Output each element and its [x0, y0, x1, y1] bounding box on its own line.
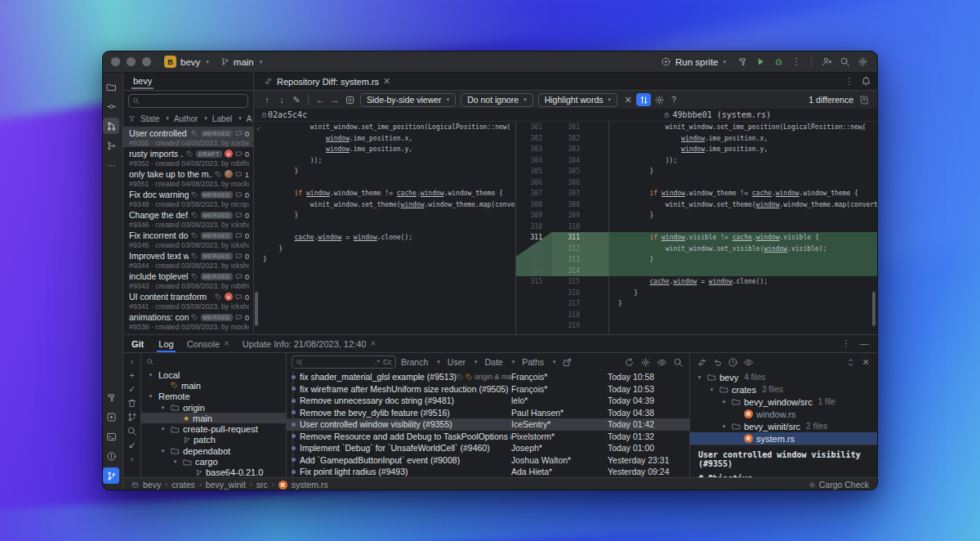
tree-row-dependabot[interactable]: ▾dependabot	[141, 445, 286, 456]
tree-row-crates[interactable]: ▾crates3 files	[690, 383, 877, 396]
commit-row[interactable]: Add `GamepadButtonInput` event (#9008)Jo…	[287, 454, 689, 467]
compare-icon[interactable]	[695, 355, 708, 369]
build-hammer-icon[interactable]	[103, 389, 119, 405]
case-toggle[interactable]: Cc	[383, 358, 392, 366]
diff-dropdown-0[interactable]: Side-by-side viewer▾	[360, 93, 456, 107]
build-icon[interactable]	[736, 56, 749, 69]
minimize-button[interactable]	[127, 57, 136, 66]
regex-toggle[interactable]: .*	[375, 358, 380, 366]
pr-list-item[interactable]: rusty imports ...DRAFT0#9352 · created 0…	[123, 147, 253, 168]
commit-row[interactable]: Remove the bevy_dylib feature (#9516)Pau…	[287, 407, 689, 419]
pr-filter-author[interactable]: Author	[174, 114, 198, 123]
tree-row-local[interactable]: ▾Local	[141, 369, 286, 380]
editor-tab[interactable]: Repository Diff: system.rs ✕	[259, 73, 395, 90]
settings-icon[interactable]	[856, 56, 869, 69]
search-icon[interactable]	[125, 424, 140, 438]
close-button[interactable]	[111, 57, 120, 66]
diff-settings-icon[interactable]	[653, 93, 666, 106]
close-icon[interactable]: ✕	[383, 78, 390, 85]
branch-plus-icon[interactable]	[125, 410, 140, 424]
right-scrollbar[interactable]	[872, 292, 875, 326]
next-file-icon[interactable]: →	[328, 93, 341, 106]
match-branch-icon[interactable]	[639, 355, 652, 369]
check-icon[interactable]: ✓	[125, 382, 140, 396]
tab-options-icon[interactable]: ⋮	[843, 75, 856, 88]
log-filter-branch[interactable]: Branch	[401, 357, 428, 367]
preview-icon[interactable]	[742, 355, 755, 369]
history-icon[interactable]	[726, 355, 739, 369]
pr-list-item[interactable]: Change the def...MERGED0#9346 · created …	[123, 208, 253, 229]
arrow-down-left-icon[interactable]: ↙	[125, 438, 140, 452]
pr-list-item[interactable]: UI content transform0#9341 · created 03/…	[123, 290, 253, 311]
project-widget[interactable]: B bevy ▾	[164, 56, 209, 68]
tree-row-base64-0-21-0[interactable]: base64-0.21.0	[141, 467, 286, 477]
filter-funnel-icon[interactable]	[128, 115, 136, 123]
pr-panel-tab[interactable]: bevy	[131, 74, 154, 89]
pr-list-item[interactable]: Fix incorrent do...MERGED0#9345 · create…	[123, 229, 253, 249]
commit-row[interactable]: Remove unnecessary doc string (#9481)lel…	[287, 395, 689, 407]
collapse-unchanged-icon[interactable]: ✕	[621, 93, 635, 106]
plus-icon[interactable]: +	[125, 369, 140, 382]
commit-row[interactable]: User controlled window visibility (#9355…	[287, 418, 689, 431]
commit-row[interactable]: fix shader_material_glsl example (#9513)…	[287, 371, 689, 383]
tree-row-bevy-winit-src[interactable]: ▾bevy_winit/src2 files	[690, 420, 877, 432]
more-actions-icon[interactable]: ⋮	[790, 56, 803, 69]
tree-row-create-pull-request[interactable]: ▾create-pull-request	[141, 423, 286, 434]
diff-right-pane[interactable]: ✓ winit_window.set_ime_position(LogicalP…	[609, 122, 877, 334]
cargo-check-widget[interactable]: Cargo Check	[819, 480, 869, 490]
branch-widget[interactable]: main ▾	[220, 57, 262, 67]
zoom-button[interactable]	[142, 57, 151, 66]
tree-row-bevy-window-src[interactable]: ▾bevy_window/src1 file	[690, 396, 877, 408]
code-with-me-icon[interactable]	[820, 56, 833, 69]
tree-row-main[interactable]: main	[141, 380, 286, 391]
log-filter-date[interactable]: Date	[484, 357, 502, 367]
git-tab-console[interactable]: Console✕	[180, 335, 236, 352]
refresh-icon[interactable]	[622, 355, 635, 369]
tree-row-window-rs[interactable]: window.rs	[690, 408, 877, 420]
search-everywhere-icon[interactable]	[838, 56, 851, 69]
left-scrollbar[interactable]	[255, 292, 258, 326]
run-icon[interactable]	[754, 56, 767, 69]
tree-row-bevy[interactable]: ▾bevy4 files	[690, 371, 877, 383]
open-in-new-icon[interactable]	[561, 355, 574, 369]
jump-to-source-icon[interactable]	[343, 93, 356, 106]
breadcrumb-item[interactable]: bevy_winit	[206, 480, 246, 490]
folder-icon[interactable]	[103, 78, 119, 95]
commit-row[interactable]: fix wireframe after MeshUniform size red…	[287, 383, 689, 396]
collapse-all-icon[interactable]: ✕	[859, 355, 872, 369]
tree-row-main[interactable]: ★main	[141, 413, 286, 423]
git-branch-icon[interactable]	[103, 467, 119, 484]
tree-row-cargo[interactable]: ▾cargo	[141, 456, 286, 467]
tree-row-patch[interactable]: patch	[141, 435, 286, 445]
more-icon[interactable]: ⋯	[103, 157, 119, 173]
breadcrumb-item[interactable]: bevy	[143, 480, 161, 490]
tree-row-system-rs[interactable]: system.rs	[690, 432, 877, 445]
pr-list-item[interactable]: include toplevel...MERGED0#9343 · create…	[123, 270, 253, 290]
run-configuration-selector[interactable]: Run sprite ▾	[659, 56, 726, 69]
tree-row-remote[interactable]: ▾Remote	[141, 391, 286, 402]
git-tab-log[interactable]: Log	[152, 335, 180, 352]
find-icon[interactable]	[671, 355, 684, 369]
pr-list-item[interactable]: Fix doc warning...MERGED0#9348 · created…	[123, 188, 253, 208]
sync-scrolling-icon[interactable]	[636, 93, 651, 106]
commit-row[interactable]: Remove Resource and add Debug to TaskPoo…	[287, 431, 689, 443]
hide-panel-icon[interactable]: —	[858, 338, 871, 351]
previous-file-icon[interactable]: ←	[314, 93, 327, 106]
help-icon[interactable]: ?	[667, 93, 680, 106]
pr-list-item[interactable]: User controlled ...MERGED0#9355 · create…	[123, 127, 253, 147]
notifications-bell-icon[interactable]	[859, 75, 872, 88]
panel-options-icon[interactable]: ⋮	[840, 338, 853, 351]
breadcrumb-item[interactable]: system.rs	[292, 480, 328, 490]
pr-filter-label[interactable]: Label	[212, 114, 232, 123]
structure-icon[interactable]	[103, 137, 119, 154]
expand-all-icon[interactable]	[844, 355, 857, 369]
commit-row[interactable]: Implement `Debug` for `UnsafeWorldCell` …	[287, 442, 689, 454]
diff-dropdown-2[interactable]: Highlight words▾	[538, 93, 617, 107]
services-icon[interactable]	[103, 409, 119, 425]
pr-list-item[interactable]: Improved text w...MERGED0#9344 · created…	[123, 249, 253, 270]
terminal-icon[interactable]	[103, 428, 119, 445]
diff-left-pane[interactable]: ✓ winit_window.set_ime_position(LogicalP…	[254, 122, 515, 334]
close-icon[interactable]: ✕	[224, 340, 229, 347]
chevron-right-icon[interactable]: ›	[125, 452, 140, 466]
pr-search-input[interactable]	[128, 94, 248, 108]
